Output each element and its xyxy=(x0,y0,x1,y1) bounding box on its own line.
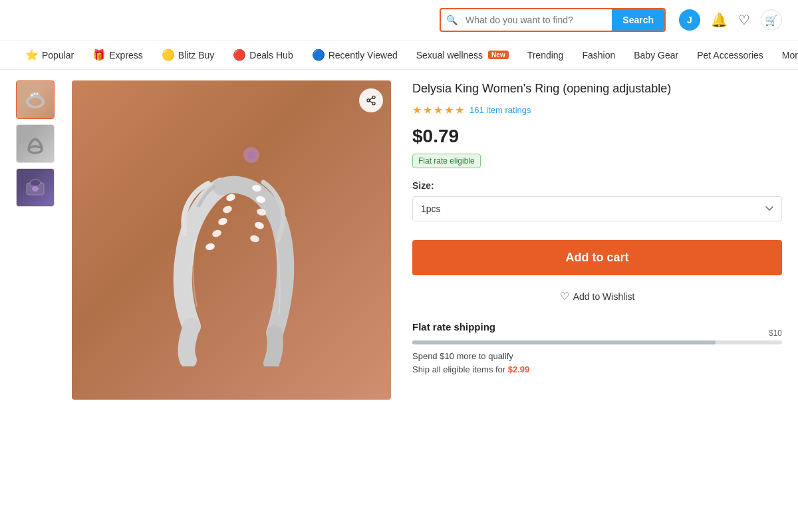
nav-label-recently: Recently Viewed xyxy=(329,50,398,61)
shipping-spend-more: Spend $10 more to qualify xyxy=(412,350,782,363)
add-to-wishlist-button[interactable]: ♡ Add to Wishlist xyxy=(412,285,782,308)
svg-line-24 xyxy=(370,98,373,100)
express-icon: 🎁 xyxy=(92,49,106,61)
nav-item-baby-gear[interactable]: Baby Gear xyxy=(624,42,688,68)
shipping-threshold-label: $10 xyxy=(769,329,782,338)
nav-item-popular[interactable]: ⭐ Popular xyxy=(16,41,83,69)
shipping-progress-bar: $10 xyxy=(412,340,782,344)
shipping-title: Flat rate shipping xyxy=(412,321,782,332)
notification-icon[interactable]: 🔔 xyxy=(711,12,728,28)
popular-icon: ⭐ xyxy=(25,49,39,61)
nav-item-more[interactable]: More xyxy=(773,42,798,68)
blitz-icon: 🟡 xyxy=(162,49,175,61)
svg-point-8 xyxy=(205,242,215,251)
svg-point-13 xyxy=(249,234,260,243)
ratings-count[interactable]: 161 item ratings xyxy=(469,105,531,115)
product-price: $0.79 xyxy=(412,126,782,147)
svg-point-2 xyxy=(34,93,36,95)
nav-label-deals: Deals Hub xyxy=(249,50,293,61)
header-icons: J 🔔 ♡ 🛒 xyxy=(679,9,782,31)
nav-label-express: Express xyxy=(109,50,143,61)
nav-label-popular: Popular xyxy=(42,50,74,61)
nav-label-pet-accessories: Pet Accessories xyxy=(697,50,763,61)
size-select[interactable]: 1pcs xyxy=(412,196,782,221)
svg-point-4 xyxy=(29,146,42,153)
star-5: ★ xyxy=(455,104,464,116)
search-container: 🔍 Search xyxy=(440,8,666,32)
svg-point-10 xyxy=(217,217,229,226)
deals-icon: 🔴 xyxy=(233,49,246,61)
nav-item-deals-hub[interactable]: 🔴 Deals Hub xyxy=(223,41,302,69)
search-button[interactable]: Search xyxy=(612,9,664,31)
svg-point-9 xyxy=(211,229,222,238)
nav-item-trending[interactable]: Trending xyxy=(518,42,573,68)
thumbnail-3[interactable] xyxy=(16,168,55,207)
flat-rate-badge: Flat rate eligible xyxy=(412,154,481,168)
shipping-price: $2.99 xyxy=(508,364,530,374)
wishlist-label: Add to Wishlist xyxy=(573,291,635,302)
search-input[interactable] xyxy=(463,9,612,31)
product-info: Delysia King Women's Ring (opening adjus… xyxy=(407,80,782,400)
shipping-bar-background xyxy=(412,340,782,344)
add-to-cart-button[interactable]: Add to cart xyxy=(412,240,782,275)
svg-point-3 xyxy=(37,93,39,95)
nav-label-baby-gear: Baby Gear xyxy=(634,50,678,61)
heart-icon: ♡ xyxy=(560,290,569,303)
svg-point-6 xyxy=(30,180,41,186)
nav-label-more: More xyxy=(782,50,798,61)
nav-item-pet-accessories[interactable]: Pet Accessories xyxy=(688,42,773,68)
recently-icon: 🔵 xyxy=(312,49,325,61)
avatar[interactable]: J xyxy=(679,9,700,31)
main-product-image xyxy=(72,80,391,400)
wishlist-icon[interactable]: ♡ xyxy=(738,12,750,28)
nav-label-trending: Trending xyxy=(527,50,564,61)
shipping-bar-fill xyxy=(412,340,716,344)
nav-item-fashion[interactable]: Fashion xyxy=(573,42,624,68)
navigation: ⭐ Popular 🎁 Express 🟡 Blitz Buy 🔴 Deals … xyxy=(0,41,798,70)
nav-label-fashion: Fashion xyxy=(582,50,615,61)
svg-point-11 xyxy=(222,205,233,215)
nav-label-sexual-wellness: Sexual wellness xyxy=(416,50,483,61)
nav-label-blitz: Blitz Buy xyxy=(178,50,214,61)
svg-line-23 xyxy=(370,101,373,103)
star-rating: ★ ★ ★ ★ ★ xyxy=(412,104,464,116)
svg-point-7 xyxy=(32,186,39,192)
nav-item-blitz-buy[interactable]: 🟡 Blitz Buy xyxy=(152,41,223,69)
nav-item-recently-viewed[interactable]: 🔵 Recently Viewed xyxy=(303,41,407,69)
shipping-eligible-text: Ship all eligible items for $2.99 xyxy=(412,363,782,376)
main-content: Delysia King Women's Ring (opening adjus… xyxy=(0,70,798,410)
svg-point-1 xyxy=(31,94,33,96)
share-button[interactable] xyxy=(359,88,383,112)
star-3: ★ xyxy=(434,104,443,116)
size-label: Size: xyxy=(412,180,782,191)
search-icon: 🔍 xyxy=(441,15,463,25)
shipping-eligible-prefix: Ship all eligible items for xyxy=(412,364,508,374)
star-4: ★ xyxy=(444,104,454,116)
new-badge: New xyxy=(488,51,509,59)
thumbnail-2[interactable] xyxy=(16,124,55,163)
thumbnail-1[interactable] xyxy=(16,80,55,119)
product-title: Delysia King Women's Ring (opening adjus… xyxy=(412,80,782,97)
star-1: ★ xyxy=(412,104,422,116)
nav-item-express[interactable]: 🎁 Express xyxy=(83,41,152,69)
header: 🔍 Search J 🔔 ♡ 🛒 xyxy=(0,0,798,41)
svg-point-19 xyxy=(247,151,255,159)
star-2: ★ xyxy=(423,104,432,116)
cart-icon[interactable]: 🛒 xyxy=(761,9,782,31)
product-thumbnails xyxy=(16,80,56,400)
svg-point-14 xyxy=(254,221,265,230)
ratings-row: ★ ★ ★ ★ ★ 161 item ratings xyxy=(412,104,782,116)
nav-item-sexual-wellness[interactable]: Sexual wellness New xyxy=(407,42,518,68)
